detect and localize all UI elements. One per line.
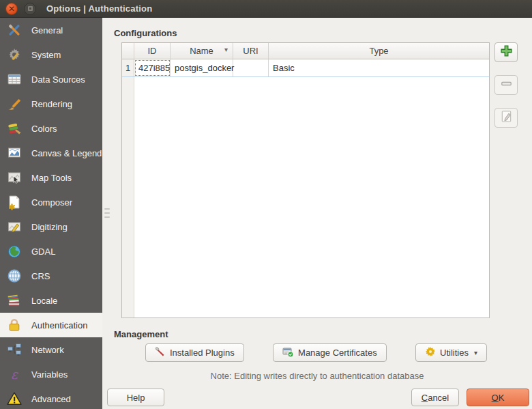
maximize-icon <box>28 6 33 11</box>
row-number-header <box>122 43 134 59</box>
sidebar-item-network[interactable]: Network <box>0 337 102 362</box>
sidebar-item-advanced[interactable]: Advanced <box>0 386 102 409</box>
authentication-panel: Configurations ID Name ▾ URI <box>102 18 532 409</box>
sidebar-item-colors[interactable]: Colors <box>0 116 102 141</box>
cell-uri[interactable] <box>233 59 269 76</box>
installed-plugins-button[interactable]: Installed Plugins <box>145 343 244 362</box>
button-label: Help <box>127 393 145 403</box>
sidebar-item-label: Digitizing <box>31 222 68 232</box>
sidebar-item-label: GDAL <box>31 246 55 257</box>
config-actions <box>494 42 518 318</box>
plus-icon <box>499 44 514 61</box>
map-tools-cursor-icon <box>6 169 23 186</box>
ok-button[interactable]: OK <box>467 389 529 406</box>
sort-descending-icon: ▾ <box>224 46 228 53</box>
dialog-footer: Help Cancel OK <box>102 389 532 409</box>
remove-configuration-button[interactable] <box>494 75 518 95</box>
cancel-button[interactable]: Cancel <box>411 389 459 406</box>
close-button[interactable]: ✕ <box>5 3 18 15</box>
help-button[interactable]: Help <box>107 389 164 406</box>
advanced-warning-icon <box>6 391 23 407</box>
sidebar-item-label: General <box>31 25 63 36</box>
sidebar-item-rendering[interactable]: Rendering <box>0 91 102 116</box>
add-configuration-button[interactable] <box>494 42 518 62</box>
authentication-lock-icon <box>6 317 23 333</box>
svg-text:ε: ε <box>11 367 18 382</box>
sidebar-item-label: CRS <box>31 271 50 281</box>
cell-name[interactable]: postgis_docker <box>171 59 233 76</box>
sidebar-item-label: Canvas & Legend <box>31 148 102 158</box>
options-sidebar: General System Data Sources Rendering <box>0 18 102 409</box>
options-dialog: ✕ Options | Authentication General Syste… <box>0 0 532 409</box>
row-number-gutter <box>122 77 134 318</box>
column-header-label: Name <box>190 46 213 56</box>
table-header-row: ID Name ▾ URI Type <box>122 43 489 59</box>
close-icon: ✕ <box>8 5 15 13</box>
cell-type[interactable]: Basic <box>269 59 489 76</box>
edit-pencil-icon <box>499 109 514 126</box>
sidebar-item-label: Map Tools <box>31 173 72 183</box>
sidebar-item-map-tools[interactable]: Map Tools <box>0 165 102 190</box>
dropdown-arrow-icon: ▾ <box>474 349 477 356</box>
column-header-type[interactable]: Type <box>269 43 489 59</box>
sidebar-item-locale[interactable]: Locale <box>0 288 102 313</box>
sidebar-item-authentication[interactable]: Authentication <box>0 313 102 337</box>
manage-certificates-button[interactable]: Manage Certificates <box>273 343 387 362</box>
splitter-handle[interactable] <box>104 208 110 218</box>
column-header-label: ID <box>148 46 157 56</box>
table-row[interactable]: 1 427i885 postgis_docker Basic <box>122 59 489 77</box>
minus-icon <box>499 76 514 94</box>
column-header-uri[interactable]: URI <box>233 43 269 59</box>
column-header-id[interactable]: ID <box>134 43 171 59</box>
sidebar-item-label: Variables <box>31 369 68 380</box>
maximize-button[interactable] <box>24 3 36 15</box>
cell-id[interactable]: 427i885 <box>134 59 171 76</box>
column-header-name[interactable]: Name ▾ <box>171 43 233 59</box>
network-computers-icon <box>6 341 23 358</box>
data-sources-table-icon <box>6 71 23 87</box>
sidebar-item-data-sources[interactable]: Data Sources <box>0 67 102 91</box>
canvas-legend-map-icon <box>6 145 23 161</box>
sidebar-item-gdal[interactable]: GDAL <box>0 239 102 264</box>
colors-palette-icon <box>6 120 23 137</box>
button-label: Utilities <box>440 348 469 358</box>
composer-page-icon <box>6 194 23 210</box>
edit-configuration-button[interactable] <box>494 108 518 128</box>
auth-db-note: Note: Editing writes directly to authent… <box>102 371 532 381</box>
button-label: OK <box>492 393 505 403</box>
sidebar-item-variables[interactable]: ε Variables <box>0 362 102 386</box>
plugin-wrench-icon <box>155 346 166 359</box>
window-title: Options | Authentication <box>46 3 152 14</box>
column-header-label: Type <box>369 46 388 56</box>
configurations-heading: Configurations <box>114 28 532 38</box>
sidebar-item-crs[interactable]: CRS <box>0 264 102 288</box>
sidebar-item-composer[interactable]: Composer <box>0 190 102 214</box>
sidebar-item-digitizing[interactable]: Digitizing <box>0 214 102 239</box>
sidebar-item-label: Rendering <box>31 99 72 109</box>
sidebar-item-label: Network <box>31 345 64 355</box>
sidebar-item-label: System <box>31 50 61 60</box>
row-number-cell: 1 <box>122 59 134 76</box>
crs-globe-grid-icon <box>6 268 23 284</box>
certificate-check-icon <box>282 346 294 360</box>
rendering-brush-icon <box>6 96 23 112</box>
gdal-globe-icon <box>6 243 23 259</box>
utilities-button[interactable]: Utilities ▾ <box>415 343 487 362</box>
management-buttons: Installed Plugins Manage Certificates Ut… <box>145 343 487 362</box>
table-empty-area <box>122 77 489 318</box>
general-tools-icon <box>6 22 23 38</box>
button-label: Cancel <box>422 393 449 403</box>
sidebar-item-canvas-legend[interactable]: Canvas & Legend <box>0 141 102 165</box>
sidebar-item-label: Authentication <box>31 320 87 330</box>
system-gear-icon <box>6 46 23 63</box>
sidebar-item-system[interactable]: System <box>0 42 102 67</box>
sidebar-item-label: Data Sources <box>31 74 85 85</box>
sidebar-item-label: Locale <box>31 296 57 306</box>
column-header-label: URI <box>243 46 258 56</box>
variables-epsilon-icon: ε <box>6 366 23 382</box>
button-label: Manage Certificates <box>298 348 377 358</box>
configurations-table: ID Name ▾ URI Type <box>121 42 490 318</box>
locale-flags-icon <box>6 292 23 309</box>
utilities-gear-icon <box>425 346 436 359</box>
sidebar-item-general[interactable]: General <box>0 18 102 42</box>
